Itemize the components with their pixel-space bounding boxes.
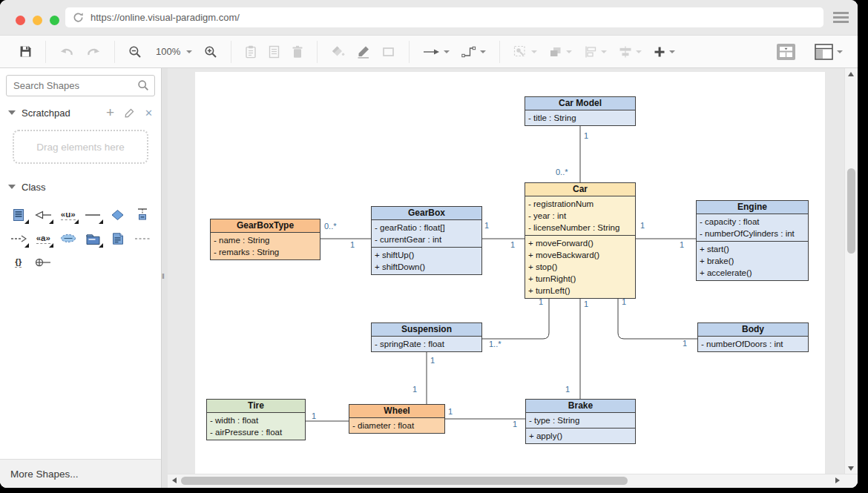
vertical-scroll-thumb[interactable] (847, 168, 855, 254)
palette-note[interactable] (105, 228, 131, 249)
class-car[interactable]: Car- registrationNum- year : int- licens… (525, 182, 636, 299)
connector-elbow-dropdown-icon[interactable] (480, 50, 486, 53)
distribute-icon (619, 46, 632, 58)
multiplicity-label[interactable]: 0..* (324, 222, 337, 231)
class-tire[interactable]: Tire- width : float- airPressure : float (206, 399, 306, 440)
sidebar-layout-button[interactable] (809, 42, 849, 62)
bring-forward-button[interactable] (543, 42, 578, 62)
multiplicity-label[interactable]: 1 (350, 240, 355, 249)
zoom-level-button[interactable]: 100% (148, 42, 198, 62)
multiplicity-label[interactable]: 1 (448, 407, 453, 416)
palette-n-ary-association[interactable] (105, 204, 131, 225)
multiplicity-label[interactable]: 1 (565, 385, 570, 394)
multiplicity-label[interactable]: 1 (430, 356, 435, 365)
connector-straight-button[interactable] (417, 42, 456, 62)
selection-button[interactable] (507, 42, 543, 62)
save-button[interactable] (13, 42, 38, 62)
minimize-window-button[interactable] (33, 16, 42, 25)
selection-dropdown-icon[interactable] (531, 50, 537, 53)
palette-anchor[interactable] (131, 204, 156, 225)
maximize-window-button[interactable] (50, 16, 59, 25)
insert-button[interactable] (648, 42, 681, 62)
horizontal-scrollbar[interactable] (168, 474, 858, 488)
reload-icon[interactable] (73, 12, 84, 23)
zoom-level-dropdown-icon[interactable] (186, 50, 192, 53)
class-engine[interactable]: Engine- capacity : float- numberOfCylind… (696, 200, 809, 281)
multiplicity-label[interactable]: 1 (539, 297, 543, 306)
palette-usage[interactable]: «u» (56, 204, 81, 225)
bring-forward-dropdown-icon[interactable] (566, 50, 572, 53)
class-section-header[interactable]: Class (0, 176, 161, 198)
multiplicity-label[interactable]: 1 (584, 300, 588, 308)
scroll-down-icon[interactable] (848, 466, 854, 471)
url-text[interactable]: https://online.visual-paradigm.com/ (91, 12, 240, 23)
zoom-in-button[interactable] (198, 42, 223, 62)
scratchpad-add-icon[interactable]: + (106, 107, 114, 119)
multiplicity-label[interactable]: 1 (312, 411, 316, 420)
multiplicity-label[interactable]: 1 (412, 385, 417, 394)
multiplicity-label[interactable]: 0..* (556, 168, 568, 176)
delete-button[interactable] (286, 42, 309, 62)
insert-dropdown-icon[interactable] (669, 50, 675, 53)
sidebar-splitter[interactable] (161, 68, 168, 488)
align-button[interactable] (578, 42, 613, 62)
search-input[interactable] (6, 75, 155, 96)
class-wheel[interactable]: Wheel- diameter : float (349, 404, 445, 434)
multiplicity-label[interactable]: 1 (622, 297, 626, 306)
browser-menu-icon[interactable] (833, 12, 849, 25)
palette-generalization[interactable] (31, 204, 56, 225)
palette-package[interactable] (81, 228, 106, 249)
palette-dependency[interactable] (6, 228, 31, 249)
connector-elbow-button[interactable] (456, 42, 492, 62)
distribute-button[interactable] (613, 42, 648, 62)
vertical-scrollbar[interactable] (844, 68, 858, 474)
palette-abstraction[interactable]: «a» (31, 228, 56, 249)
class-suspension[interactable]: Suspension- springRate : float (371, 322, 482, 352)
multiplicity-label[interactable]: 1 (510, 240, 515, 249)
scroll-right-icon[interactable] (835, 477, 840, 483)
scratchpad-section-header[interactable]: Scratchpad + ✕ (0, 102, 161, 124)
scratchpad-edit-icon[interactable] (124, 107, 135, 119)
multiplicity-label[interactable]: 1 (640, 221, 645, 230)
horizontal-scroll-thumb[interactable] (181, 477, 628, 485)
distribute-dropdown-icon[interactable] (636, 50, 642, 53)
scroll-left-icon[interactable] (172, 477, 177, 483)
multiplicity-label[interactable]: 1 (683, 339, 687, 348)
shape-style-button[interactable] (376, 42, 401, 62)
class-car-model[interactable]: Car Model- title : String (525, 96, 636, 126)
undo-button[interactable] (53, 42, 80, 62)
palette-class[interactable] (6, 204, 31, 225)
class-brake[interactable]: Brake- type : String+ apply() (525, 399, 636, 444)
line-color-button[interactable] (351, 42, 376, 62)
palette-constraint-ellipse[interactable] (56, 228, 81, 249)
class-body[interactable]: Body- numberOfDoors : int (697, 322, 809, 352)
paste-button[interactable] (239, 42, 263, 62)
panel-layout-button[interactable] (771, 42, 801, 62)
multiplicity-label[interactable]: 1 (680, 240, 684, 249)
properties-button[interactable] (263, 42, 286, 62)
zoom-in-icon (204, 45, 217, 59)
close-window-button[interactable] (16, 16, 25, 25)
multiplicity-label[interactable]: 1 (513, 420, 517, 429)
redo-button[interactable] (80, 42, 107, 62)
scroll-up-icon[interactable] (848, 72, 854, 76)
sidebar-layout-dropdown-icon[interactable] (837, 50, 843, 53)
multiplicity-label[interactable]: 1 (484, 221, 489, 230)
scratchpad-close-icon[interactable]: ✕ (145, 107, 153, 119)
palette-containment[interactable] (31, 251, 56, 273)
multiplicity-label[interactable]: 1 (584, 131, 588, 140)
zoom-out-button[interactable] (122, 42, 148, 62)
class-gearboxtype[interactable]: GearBoxType- name : String- remarks : St… (210, 219, 320, 260)
scratchpad-drop-area[interactable]: Drag elements here (13, 130, 148, 164)
fill-color-button[interactable] (325, 42, 351, 62)
class-gearbox[interactable]: GearBox- gearRatio : float[]- currentGea… (371, 206, 482, 275)
palette-association[interactable] (81, 204, 106, 225)
more-shapes-button[interactable]: More Shapes... (0, 459, 161, 488)
paste-icon (245, 45, 257, 59)
palette-dashed-line[interactable] (131, 228, 156, 249)
multiplicity-label[interactable]: 1..* (489, 340, 502, 348)
connector-straight-dropdown-icon[interactable] (444, 50, 450, 53)
palette-constraint[interactable]: {} (6, 251, 31, 273)
address-bar[interactable]: https://online.visual-paradigm.com/ (65, 7, 823, 27)
align-dropdown-icon[interactable] (601, 50, 607, 53)
